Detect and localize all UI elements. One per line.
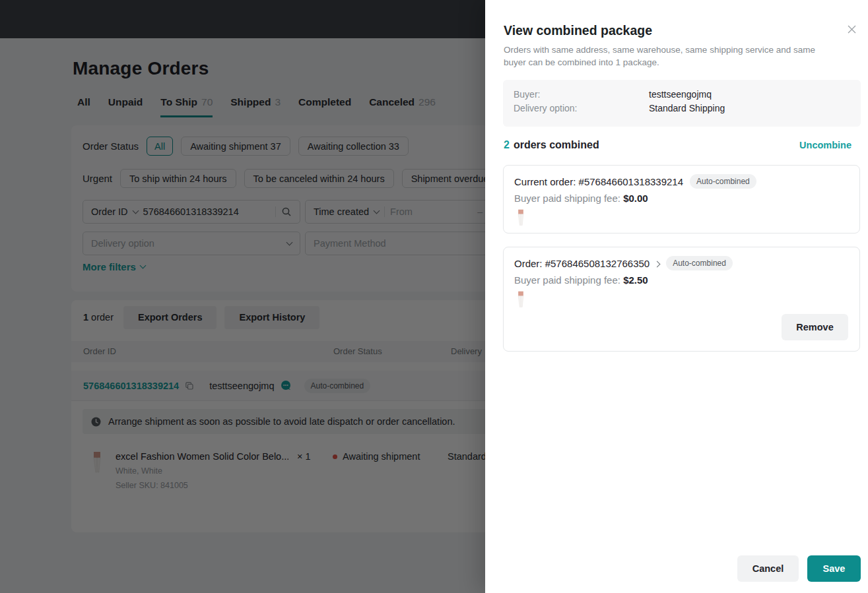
shipping-fee-value: $0.00: [623, 193, 648, 204]
drawer-title: View combined package: [504, 23, 652, 38]
orders-combined-header: 2 orders combined Uncombine: [504, 139, 851, 151]
product-thumbnail: [514, 290, 527, 309]
shipping-fee-line: Buyer paid shipping fee: $2.50: [514, 274, 849, 286]
delivery-option-value: Standard Shipping: [649, 103, 725, 113]
manage-orders-page: Manage Orders All Unpaid To Ship70 Shipp…: [0, 0, 868, 593]
package-info-box: Buyer: testtseengojmq Delivery option: S…: [503, 80, 861, 127]
order-card-title: Current order: #576846601318339214: [514, 176, 683, 187]
buyer-value: testtseengojmq: [649, 89, 712, 100]
shipping-fee-line: Buyer paid shipping fee: $0.00: [514, 193, 849, 204]
chevron-right-icon[interactable]: [654, 261, 661, 267]
uncombine-link[interactable]: Uncombine: [799, 140, 851, 150]
cancel-button[interactable]: Cancel: [737, 555, 799, 582]
order-card-title[interactable]: Order: #576846508132766350: [514, 258, 650, 269]
combined-label: orders combined: [514, 139, 599, 151]
combined-count: 2: [504, 139, 510, 151]
auto-combined-badge: Auto-combined: [666, 256, 733, 270]
drawer-description: Orders with same address, same warehouse…: [504, 44, 837, 69]
view-combined-package-drawer: View combined package Orders with same a…: [485, 0, 868, 593]
combined-order-card-other: Order: #576846508132766350 Auto-combined…: [503, 247, 860, 352]
combined-order-card-current: Current order: #576846601318339214 Auto-…: [503, 165, 860, 234]
shipping-fee-value: $2.50: [623, 274, 648, 286]
save-button[interactable]: Save: [807, 555, 861, 582]
close-icon[interactable]: [847, 24, 857, 34]
remove-button[interactable]: Remove: [782, 314, 848, 340]
auto-combined-badge: Auto-combined: [690, 174, 756, 189]
product-thumbnail: [514, 208, 527, 227]
buyer-label: Buyer:: [514, 89, 649, 100]
delivery-option-label: Delivery option:: [514, 103, 649, 113]
